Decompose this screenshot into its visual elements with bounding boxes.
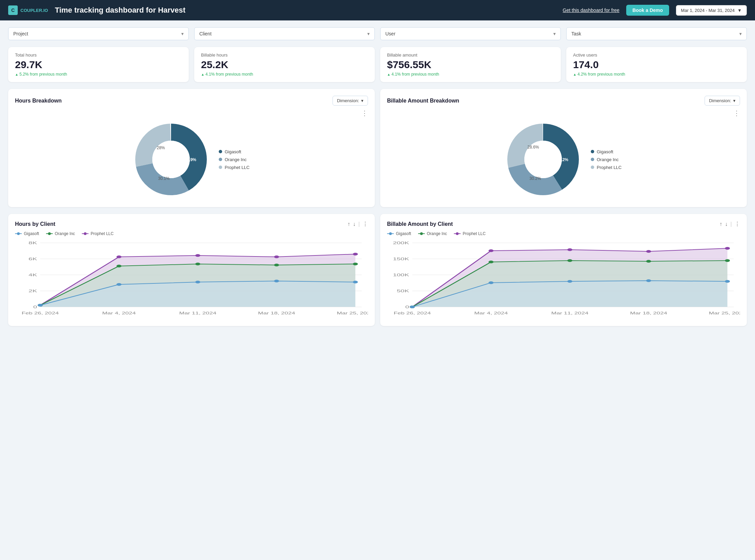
- svg-text:30.1%: 30.1%: [158, 176, 170, 181]
- hours-breakdown-chart: 41.9% 30.1% 28% Gigasoft Orange Inc: [15, 119, 368, 200]
- project-filter[interactable]: Project ▾: [8, 27, 189, 40]
- svg-point-31: [353, 253, 358, 255]
- legend-dot-prophet-llc-b: [591, 166, 594, 169]
- chevron-down-icon: ▼: [737, 8, 742, 13]
- svg-point-68: [646, 260, 651, 263]
- date-range-value: Mar 1, 2024 - Mar 31, 2024: [681, 8, 735, 13]
- book-demo-button[interactable]: Book a Demo: [626, 5, 669, 16]
- svg-point-30: [274, 255, 279, 258]
- svg-text:4K: 4K: [29, 273, 37, 277]
- svg-text:100K: 100K: [393, 273, 409, 277]
- more-options-icon-b[interactable]: ⋮: [735, 221, 740, 227]
- svg-text:200K: 200K: [393, 241, 409, 245]
- kpi-active-users-label: Active users: [573, 52, 740, 58]
- svg-text:150K: 150K: [393, 257, 409, 261]
- sort-asc-icon[interactable]: ↑: [348, 221, 350, 227]
- svg-text:Mar 25, 2024: Mar 25, 2024: [337, 311, 368, 315]
- get-dashboard-link[interactable]: Get this dashboard for free: [563, 7, 620, 13]
- hours-breakdown-more[interactable]: ⋮: [15, 109, 368, 117]
- header: C COUPLER.IO Time tracking dashboard for…: [0, 0, 755, 20]
- client-filter[interactable]: Client ▾: [194, 27, 375, 40]
- billable-dimension-select[interactable]: Dimension: ▾: [705, 96, 740, 106]
- sort-asc-icon-b[interactable]: ↑: [720, 221, 722, 227]
- hours-breakdown-title: Hours Breakdown: [15, 98, 62, 104]
- billable-by-client-svg: 200K 150K 100K 50K 0: [387, 239, 740, 318]
- logo-text: COUPLER.IO: [20, 8, 48, 13]
- user-filter[interactable]: User ▾: [380, 27, 561, 40]
- legend-label-orange-inc-b: Orange Inc: [597, 157, 619, 162]
- project-filter-label: Project: [13, 31, 28, 36]
- hours-breakdown-header: Hours Breakdown Dimension: ▾: [15, 96, 368, 106]
- svg-text:28.6%: 28.6%: [527, 145, 539, 150]
- billable-breakdown-more[interactable]: ⋮: [387, 109, 740, 117]
- svg-text:6K: 6K: [29, 257, 37, 261]
- task-filter[interactable]: Task ▾: [566, 27, 747, 40]
- kpi-billable-amount-value: $756.55K: [387, 59, 554, 71]
- legend-dot-orange-inc-b: [591, 158, 594, 161]
- kpi-billable-amount-change: 4.1% from previous month: [387, 72, 554, 77]
- svg-point-63: [646, 250, 651, 253]
- billable-by-client-card: Billable Amount by Client ↑ ↓ | ⋮ Gigaso…: [380, 214, 747, 326]
- svg-text:Mar 4, 2024: Mar 4, 2024: [102, 311, 136, 315]
- sort-desc-icon-b[interactable]: ↓: [725, 221, 728, 227]
- svg-text:Mar 11, 2024: Mar 11, 2024: [551, 311, 588, 315]
- line-legend-orange-label: Orange Inc: [55, 231, 75, 236]
- line-legend-orange-label-b: Orange Inc: [427, 231, 447, 236]
- line-legend-gigasoft-label: Gigasoft: [24, 231, 39, 236]
- svg-text:8K: 8K: [29, 241, 37, 245]
- svg-text:30.2%: 30.2%: [529, 176, 541, 181]
- kpi-total-hours-change: 5.2% from previous month: [15, 72, 182, 77]
- hours-by-client-card: Hours by Client ↑ ↓ | ⋮ Gigasoft: [8, 214, 375, 326]
- chevron-down-icon: ▾: [367, 31, 370, 36]
- hours-by-client-svg: 8K 6K 4K 2K 0: [15, 239, 368, 318]
- kpi-active-users-change: 4.2% from previous month: [573, 72, 740, 77]
- svg-point-39: [195, 281, 200, 283]
- legend-prophet-llc-line-b: Prophet LLC: [454, 231, 486, 236]
- billable-breakdown-card: Billable Amount Breakdown Dimension: ▾ ⋮…: [380, 89, 747, 207]
- billable-by-client-legend: Gigasoft Orange Inc Prophet LLC: [387, 231, 740, 236]
- hours-breakdown-card: Hours Breakdown Dimension: ▾ ⋮ 41.9: [8, 89, 375, 207]
- chevron-down-icon: ▾: [733, 98, 736, 103]
- divider-b: |: [730, 221, 732, 227]
- svg-text:2K: 2K: [29, 289, 37, 293]
- kpi-row: Total hours 29.7K 5.2% from previous mon…: [8, 47, 747, 82]
- svg-point-35: [274, 264, 279, 266]
- legend-orange-inc-line-b: Orange Inc: [418, 231, 447, 236]
- svg-text:41.9%: 41.9%: [185, 157, 196, 162]
- line-charts-row: Hours by Client ↑ ↓ | ⋮ Gigasoft: [8, 214, 747, 326]
- billable-breakdown-header: Billable Amount Breakdown Dimension: ▾: [387, 96, 740, 106]
- legend-label-gigasoft: Gigasoft: [225, 149, 241, 154]
- sort-desc-icon[interactable]: ↓: [353, 221, 356, 227]
- date-range-picker[interactable]: Mar 1, 2024 - Mar 31, 2024 ▼: [676, 5, 747, 16]
- client-filter-label: Client: [199, 31, 212, 36]
- svg-point-74: [725, 280, 730, 283]
- kpi-billable-hours-value: 25.2K: [201, 59, 368, 71]
- svg-text:0: 0: [405, 305, 409, 309]
- svg-point-71: [489, 281, 494, 284]
- billable-by-client-title: Billable Amount by Client: [387, 221, 453, 227]
- legend-label-orange-inc: Orange Inc: [225, 157, 247, 162]
- legend-dot-gigasoft-b: [591, 150, 594, 153]
- chevron-down-icon: ▾: [553, 31, 556, 36]
- svg-point-67: [567, 259, 572, 262]
- hours-by-client-actions: ↑ ↓ | ⋮: [348, 221, 368, 227]
- divider: |: [358, 221, 360, 227]
- legend-label-prophet-llc: Prophet LLC: [225, 165, 250, 170]
- svg-text:Mar 18, 2024: Mar 18, 2024: [258, 311, 295, 315]
- legend-item-prophet-llc: Prophet LLC: [219, 165, 250, 170]
- hours-by-client-title: Hours by Client: [15, 221, 55, 227]
- more-options-icon[interactable]: ⋮: [363, 221, 368, 227]
- svg-text:Mar 4, 2024: Mar 4, 2024: [474, 311, 508, 315]
- billable-breakdown-legend: Gigasoft Orange Inc Prophet LLC: [591, 149, 622, 170]
- svg-text:0: 0: [33, 305, 37, 309]
- svg-point-70: [410, 306, 415, 308]
- legend-prophet-llc-line: Prophet LLC: [82, 231, 113, 236]
- hours-breakdown-legend: Gigasoft Orange Inc Prophet LLC: [219, 149, 250, 170]
- logo: C COUPLER.IO: [8, 5, 48, 15]
- chevron-down-icon: ▾: [361, 98, 364, 103]
- svg-point-33: [117, 265, 122, 267]
- svg-point-38: [117, 283, 122, 286]
- hours-dimension-select[interactable]: Dimension: ▾: [333, 96, 368, 106]
- logo-icon: C: [8, 5, 18, 15]
- chevron-down-icon: ▾: [181, 31, 184, 36]
